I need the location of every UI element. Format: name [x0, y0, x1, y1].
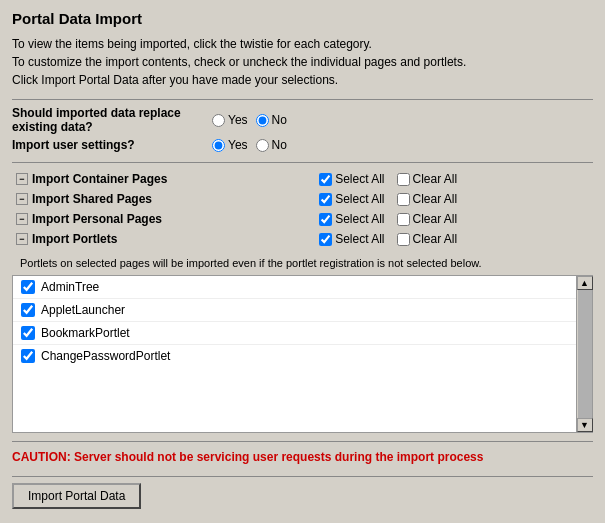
- portlets-select-clear: Select All Clear All: [319, 232, 589, 246]
- container-clear-all-checkbox[interactable]: [397, 173, 410, 186]
- user-settings-no-label: No: [272, 138, 287, 152]
- replace-yes-option[interactable]: Yes: [212, 113, 248, 127]
- replace-no-option[interactable]: No: [256, 113, 287, 127]
- personal-select-all-label[interactable]: Select All: [319, 212, 384, 226]
- container-twistie[interactable]: −: [16, 173, 28, 185]
- import-shared-row: − Import Shared Pages Select All Clear A…: [12, 189, 593, 209]
- settings-section: Should imported data replace existing da…: [12, 106, 593, 152]
- portlets-clear-all-text: Clear All: [413, 232, 458, 246]
- portlets-section-label: Import Portlets: [32, 232, 117, 246]
- container-select-all-checkbox[interactable]: [319, 173, 332, 186]
- portlets-select-all-checkbox[interactable]: [319, 233, 332, 246]
- user-settings-yes-radio[interactable]: [212, 139, 225, 152]
- import-container-label: − Import Container Pages: [16, 172, 311, 186]
- replace-no-label: No: [272, 113, 287, 127]
- bookmarkportlet-label: BookmarkPortlet: [41, 326, 130, 340]
- portlets-clear-all-label[interactable]: Clear All: [397, 232, 458, 246]
- portlets-select-all-label[interactable]: Select All: [319, 232, 384, 246]
- divider-3: [12, 441, 593, 442]
- import-shared-label: − Import Shared Pages: [16, 192, 311, 206]
- shared-clear-all-text: Clear All: [413, 192, 458, 206]
- shared-clear-all-checkbox[interactable]: [397, 193, 410, 206]
- user-settings-radio-group: Yes No: [212, 138, 287, 152]
- shared-select-all-checkbox[interactable]: [319, 193, 332, 206]
- portlet-item-appletlauncher: AppletLauncher: [13, 299, 576, 322]
- personal-clear-all-text: Clear All: [413, 212, 458, 226]
- personal-twistie[interactable]: −: [16, 213, 28, 225]
- portlets-list[interactable]: AdminTree AppletLauncher BookmarkPortlet…: [12, 275, 577, 433]
- container-section-label: Import Container Pages: [32, 172, 167, 186]
- changepassword-checkbox[interactable]: [21, 349, 35, 363]
- shared-twistie[interactable]: −: [16, 193, 28, 205]
- personal-select-all-checkbox[interactable]: [319, 213, 332, 226]
- container-select-all-text: Select All: [335, 172, 384, 186]
- admintree-label: AdminTree: [41, 280, 99, 294]
- shared-select-clear: Select All Clear All: [319, 192, 589, 206]
- admintree-checkbox[interactable]: [21, 280, 35, 294]
- user-settings-label: Import user settings?: [12, 138, 212, 152]
- container-clear-all-label[interactable]: Clear All: [397, 172, 458, 186]
- portlets-list-area: AdminTree AppletLauncher BookmarkPortlet…: [12, 275, 593, 433]
- shared-select-all-text: Select All: [335, 192, 384, 206]
- desc-line3: Click Import Portal Data after you have …: [12, 73, 338, 87]
- personal-select-clear: Select All Clear All: [319, 212, 589, 226]
- scroll-down-arrow[interactable]: ▼: [577, 418, 593, 432]
- scroll-track: [578, 290, 592, 418]
- divider-1: [12, 99, 593, 100]
- personal-section-label: Import Personal Pages: [32, 212, 162, 226]
- portlet-item-bookmarkportlet: BookmarkPortlet: [13, 322, 576, 345]
- desc-line2: To customize the import contents, check …: [12, 55, 466, 69]
- scroll-up-arrow[interactable]: ▲: [577, 276, 593, 290]
- user-settings-no-option[interactable]: No: [256, 138, 287, 152]
- import-personal-label: − Import Personal Pages: [16, 212, 311, 226]
- replace-label: Should imported data replace existing da…: [12, 106, 212, 134]
- divider-4: [12, 476, 593, 477]
- portlets-note: Portlets on selected pages will be impor…: [12, 253, 593, 273]
- appletlauncher-label: AppletLauncher: [41, 303, 125, 317]
- import-portlets-label: − Import Portlets: [16, 232, 311, 246]
- shared-clear-all-label[interactable]: Clear All: [397, 192, 458, 206]
- personal-clear-all-label[interactable]: Clear All: [397, 212, 458, 226]
- personal-select-all-text: Select All: [335, 212, 384, 226]
- portlet-item-admintree: AdminTree: [13, 276, 576, 299]
- description: To view the items being imported, click …: [12, 35, 593, 89]
- caution-text: CAUTION: Server should not be servicing …: [12, 448, 593, 466]
- portlet-item-changepassword: ChangePasswordPortlet: [13, 345, 576, 367]
- container-select-all-label[interactable]: Select All: [319, 172, 384, 186]
- portlets-select-all-text: Select All: [335, 232, 384, 246]
- replace-yes-label: Yes: [228, 113, 248, 127]
- import-table: − Import Container Pages Select All Clea…: [12, 169, 593, 249]
- user-settings-yes-label: Yes: [228, 138, 248, 152]
- portlets-scrollbar[interactable]: ▲ ▼: [577, 275, 593, 433]
- replace-data-row: Should imported data replace existing da…: [12, 106, 593, 134]
- container-select-clear: Select All Clear All: [319, 172, 589, 186]
- divider-2: [12, 162, 593, 163]
- appletlauncher-checkbox[interactable]: [21, 303, 35, 317]
- page-title: Portal Data Import: [12, 10, 593, 27]
- personal-clear-all-checkbox[interactable]: [397, 213, 410, 226]
- desc-line1: To view the items being imported, click …: [12, 37, 372, 51]
- replace-radio-group: Yes No: [212, 113, 287, 127]
- page-container: Portal Data Import To view the items bei…: [0, 0, 605, 519]
- user-settings-yes-option[interactable]: Yes: [212, 138, 248, 152]
- import-portal-data-button[interactable]: Import Portal Data: [12, 483, 141, 509]
- shared-section-label: Import Shared Pages: [32, 192, 152, 206]
- changepassword-label: ChangePasswordPortlet: [41, 349, 170, 363]
- replace-no-radio[interactable]: [256, 114, 269, 127]
- user-settings-no-radio[interactable]: [256, 139, 269, 152]
- bookmarkportlet-checkbox[interactable]: [21, 326, 35, 340]
- portlets-clear-all-checkbox[interactable]: [397, 233, 410, 246]
- import-portlets-row: − Import Portlets Select All Clear All: [12, 229, 593, 249]
- shared-select-all-label[interactable]: Select All: [319, 192, 384, 206]
- import-personal-row: − Import Personal Pages Select All Clear…: [12, 209, 593, 229]
- container-clear-all-text: Clear All: [413, 172, 458, 186]
- portlets-twistie[interactable]: −: [16, 233, 28, 245]
- import-container-row: − Import Container Pages Select All Clea…: [12, 169, 593, 189]
- replace-yes-radio[interactable]: [212, 114, 225, 127]
- user-settings-row: Import user settings? Yes No: [12, 138, 593, 152]
